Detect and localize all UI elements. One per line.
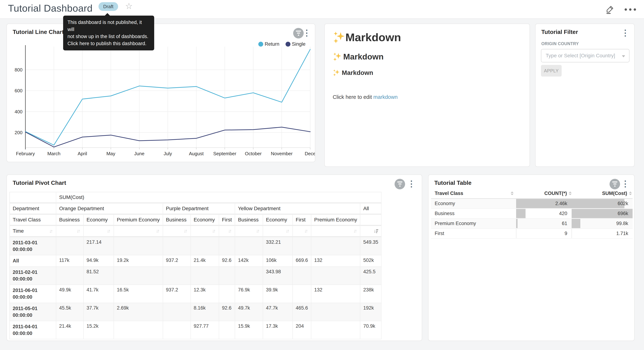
pivot-cell xyxy=(191,266,219,285)
cell-count: 61 xyxy=(516,219,572,228)
kebab-menu-icon[interactable]: ⋮ xyxy=(621,29,630,37)
pivot-cell: 12.3k xyxy=(191,285,219,303)
table-title: Tutorial Table xyxy=(434,180,472,186)
cell-travel-class: First xyxy=(431,229,516,238)
pivot-cell: 549.35 xyxy=(360,237,381,255)
cross-filter-icon[interactable] xyxy=(394,179,405,189)
sort-icon[interactable]: ↓↑ xyxy=(76,228,80,234)
svg-text:November: November xyxy=(271,151,292,156)
cell-sum: 99.8k xyxy=(572,219,632,228)
table-row[interactable]: Premium Economy6199.8k xyxy=(431,219,632,229)
draft-badge[interactable]: Draft xyxy=(98,2,118,11)
cell-count: 2.46k xyxy=(516,199,572,208)
dashboard-root: Tutorial Dashboard Draft ☆ This dashboar… xyxy=(0,0,644,350)
edit-pencil-icon[interactable] xyxy=(605,5,615,14)
pivot-cell: 70.9k xyxy=(360,321,381,339)
svg-text:200: 200 xyxy=(15,130,22,135)
pivot-cell: 37.7k xyxy=(84,303,114,321)
markdown-card[interactable]: Markdown Markdown Markdown Click here to… xyxy=(324,24,530,167)
pivot-group-header: All xyxy=(360,203,381,214)
sort-caret-icon[interactable] xyxy=(569,192,572,195)
table-row[interactable]: Business420696k xyxy=(431,209,632,219)
pivot-class-header: Premium Economy xyxy=(114,214,163,226)
markdown-edit-link[interactable]: markdown xyxy=(373,94,398,100)
more-options-icon[interactable] xyxy=(624,8,636,11)
pivot-class-header: First xyxy=(292,214,311,226)
pivot-cell: 81.52 xyxy=(84,266,114,285)
origin-country-select[interactable]: Type or Select [Origin Country] xyxy=(541,49,630,62)
sort-icon[interactable]: ↓↑ xyxy=(107,228,111,234)
svg-text:May: May xyxy=(106,151,115,156)
pivot-cell: 94.9k xyxy=(84,255,114,266)
cell-travel-class: Economy xyxy=(431,199,516,208)
pivot-class-header xyxy=(360,214,381,226)
column-header-count[interactable]: COUNT(*) xyxy=(516,190,572,196)
favorite-star-icon[interactable]: ☆ xyxy=(125,2,132,10)
pivot-sort-cell: ↓↑ xyxy=(219,226,235,237)
table-row[interactable]: Economy2.46k602k xyxy=(431,199,632,209)
sparkles-icon xyxy=(333,52,342,61)
sort-icon[interactable]: ↓↑ xyxy=(49,228,53,234)
column-header-sum[interactable]: SUM(Cost) xyxy=(572,190,632,196)
line-chart-plot[interactable]: 200400600800FebruaryMarchAprilMayJuneJul… xyxy=(7,24,315,162)
pivot-chart-card: Tutorial Pivot Chart ⋮ SUM(Cost)Departme… xyxy=(6,174,422,341)
publish-tooltip[interactable]: This dashboard is not published, it will… xyxy=(63,16,154,50)
column-header-travel-class[interactable]: Travel Class xyxy=(431,190,516,196)
svg-text:September: September xyxy=(213,151,236,156)
data-table-body: Economy2.46k602kBusiness420696kPremium E… xyxy=(431,199,632,239)
pivot-group-header: Yellow Department xyxy=(235,203,360,214)
pivot-cell xyxy=(292,285,311,303)
pivot-cell xyxy=(163,237,191,255)
pivot-cell: 217.14 xyxy=(84,237,114,255)
sort-icon[interactable]: ↓↑ xyxy=(212,228,216,234)
sort-icon[interactable]: ↓↑ xyxy=(228,228,232,234)
svg-text:400: 400 xyxy=(15,109,22,114)
pivot-cell xyxy=(219,285,235,303)
markdown-paragraph: Click here to edit markdown xyxy=(333,94,522,100)
cross-filter-icon[interactable] xyxy=(610,179,620,189)
pivot-cell: 92.6 xyxy=(219,255,235,266)
pivot-cell: 47.7k xyxy=(263,303,292,321)
sort-icon[interactable]: ↓↑ xyxy=(256,228,260,234)
svg-text:June: June xyxy=(134,151,144,156)
cell-sum: 696k xyxy=(572,209,632,218)
page-title: Tutorial Dashboard xyxy=(8,2,92,14)
sort-caret-icon[interactable] xyxy=(629,192,632,195)
svg-text:Dece: Dece xyxy=(305,151,315,156)
sort-desc-icon[interactable]: ↓ xyxy=(374,228,378,234)
pivot-cell: 41.7k xyxy=(84,285,114,303)
sort-icon[interactable]: ↓↑ xyxy=(304,228,308,234)
pivot-group-header: Orange Department xyxy=(56,203,163,214)
cell-travel-class: Premium Economy xyxy=(431,219,516,228)
kebab-menu-icon[interactable]: ⋮ xyxy=(407,180,416,188)
filter-card: Tutorial Filter ⋮ ORIGIN COUNTRY Type or… xyxy=(535,24,634,167)
pivot-row-label: 2011-03-0100:00:00 xyxy=(10,237,56,255)
pivot-cell: 669.6 xyxy=(292,255,311,266)
pivot-cell: 502k xyxy=(360,255,381,266)
pivot-cell: 16.5k xyxy=(114,285,163,303)
pivot-cell xyxy=(56,237,84,255)
pivot-metric-label: SUM(Cost) xyxy=(56,192,381,203)
pivot-cell xyxy=(292,237,311,255)
pivot-cell: 117k xyxy=(56,255,84,266)
kebab-menu-icon[interactable]: ⋮ xyxy=(621,180,630,188)
pivot-cell xyxy=(114,266,163,285)
apply-button[interactable]: APPLY xyxy=(541,65,562,76)
pivot-class-header: Premium Economy xyxy=(311,214,360,226)
table-row[interactable]: First91.71k xyxy=(431,229,632,239)
pivot-class-header: Business xyxy=(56,214,84,226)
pivot-cell: 937.2 xyxy=(163,255,191,266)
pivot-cell: 132 xyxy=(311,285,360,303)
sort-icon[interactable]: ↓↑ xyxy=(286,228,290,234)
pivot-sort-cell: ↓↑ xyxy=(114,226,163,237)
pivot-cell: 937.2 xyxy=(163,285,191,303)
pivot-cell xyxy=(163,321,191,339)
sort-icon[interactable]: ↓↑ xyxy=(156,228,160,234)
pivot-sort-cell: ↓↑ xyxy=(84,226,114,237)
sort-caret-icon[interactable] xyxy=(511,192,514,195)
sort-icon[interactable]: ↓↑ xyxy=(353,228,357,234)
pivot-cell: 49.7k xyxy=(235,303,263,321)
pivot-cell: 17.3k xyxy=(263,321,292,339)
tooltip-line: Click here to publish this dashboard. xyxy=(68,40,150,47)
sort-icon[interactable]: ↓↑ xyxy=(184,228,188,234)
